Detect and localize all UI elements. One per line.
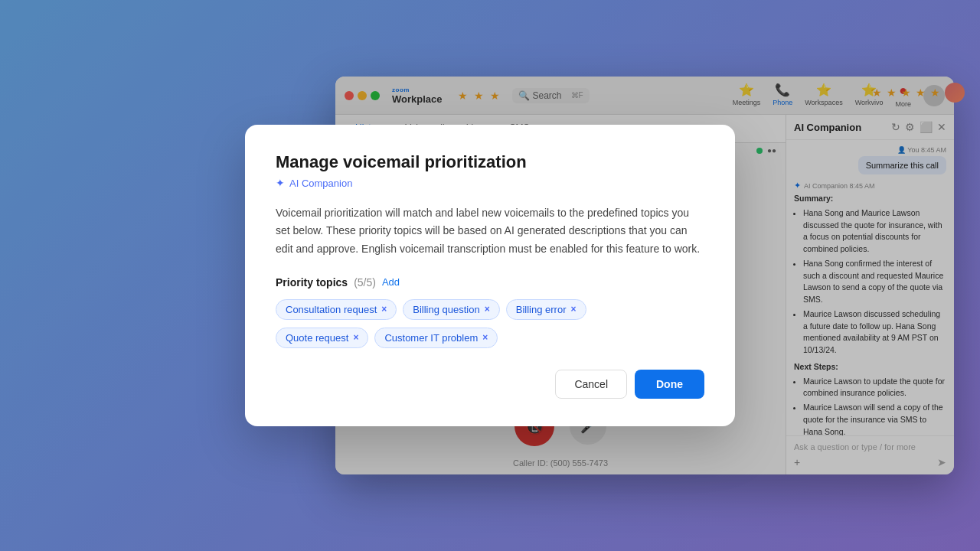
topics-row-1: Consultation request × Billing question … xyxy=(276,299,704,320)
priority-topics-count: (5/5) xyxy=(354,276,376,289)
priority-topics-label: Priority topics xyxy=(276,276,348,289)
topic-label-consultation: Consultation request xyxy=(286,304,377,315)
cancel-button[interactable]: Cancel xyxy=(555,370,627,399)
remove-customer-it[interactable]: × xyxy=(482,332,488,343)
topic-label-customer-it: Customer IT problem xyxy=(384,332,478,344)
modal-ai-diamond: ✦ xyxy=(276,177,285,189)
remove-consultation[interactable]: × xyxy=(381,304,387,315)
modal-description: Voicemail prioritization will match and … xyxy=(276,204,704,257)
modal-overlay: Manage voicemail prioritization ✦ AI Com… xyxy=(0,0,980,551)
remove-billing-q[interactable]: × xyxy=(485,304,490,315)
done-button[interactable]: Done xyxy=(635,370,704,399)
topic-label-billing-e: Billing error xyxy=(516,304,567,315)
topic-label-quote: Quote request xyxy=(286,332,348,344)
topics-row-2: Quote request × Customer IT problem × xyxy=(276,328,704,348)
modal-actions: Cancel Done xyxy=(276,370,704,399)
topic-chip-quote[interactable]: Quote request × xyxy=(276,328,368,348)
remove-billing-e[interactable]: × xyxy=(570,304,576,315)
priority-topics-header: Priority topics (5/5) Add xyxy=(276,276,704,289)
modal-subtitle: ✦ AI Companion xyxy=(276,177,704,189)
topic-chip-billing-e[interactable]: Billing error × xyxy=(506,299,586,320)
topic-chip-customer-it[interactable]: Customer IT problem × xyxy=(374,328,498,348)
add-topic-link[interactable]: Add xyxy=(382,276,400,288)
remove-quote[interactable]: × xyxy=(353,332,358,343)
modal-ai-badge: AI Companion xyxy=(289,178,352,189)
topic-chip-consultation[interactable]: Consultation request × xyxy=(276,299,397,320)
modal-title: Manage voicemail prioritization xyxy=(276,152,704,172)
topic-chip-billing-q[interactable]: Billing question × xyxy=(403,299,499,320)
topic-label-billing-q: Billing question xyxy=(413,304,479,315)
modal-dialog: Manage voicemail prioritization ✦ AI Com… xyxy=(245,125,735,425)
